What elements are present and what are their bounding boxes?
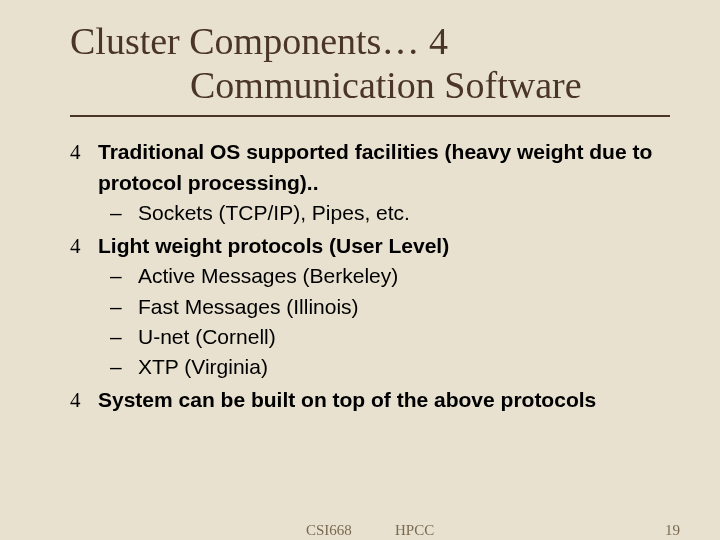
bullet-level2: – XTP (Virginia)	[110, 352, 670, 382]
bullet-text: U-net (Cornell)	[138, 322, 276, 352]
dash-icon: –	[110, 198, 138, 228]
bullet-level2: – Fast Messages (Illinois)	[110, 292, 670, 322]
title-line-1: Cluster Components… 4	[70, 20, 670, 64]
dash-icon: –	[110, 261, 138, 291]
bullet-text: Traditional OS supported facilities (hea…	[98, 137, 670, 198]
bullet-text: Sockets (TCP/IP), Pipes, etc.	[138, 198, 410, 228]
slide: Cluster Components… 4 Communication Soft…	[0, 0, 720, 540]
bullet-text: Fast Messages (Illinois)	[138, 292, 359, 322]
footer-left: CSI668	[306, 522, 352, 539]
bullet-text: Active Messages (Berkeley)	[138, 261, 398, 291]
bullet-level1: 4 Light weight protocols (User Level)	[70, 231, 670, 261]
bullet-text: XTP (Virginia)	[138, 352, 268, 382]
slide-title: Cluster Components… 4 Communication Soft…	[70, 20, 670, 117]
slide-content: 4 Traditional OS supported facilities (h…	[70, 137, 670, 415]
check-icon: 4	[70, 385, 98, 415]
footer-page-number: 19	[665, 522, 680, 539]
bullet-level1: 4 Traditional OS supported facilities (h…	[70, 137, 670, 198]
footer-center: HPCC	[395, 522, 434, 539]
check-icon: 4	[70, 137, 98, 198]
bullet-text: Light weight protocols (User Level)	[98, 231, 449, 261]
bullet-level2: – U-net (Cornell)	[110, 322, 670, 352]
dash-icon: –	[110, 322, 138, 352]
title-line-2: Communication Software	[70, 64, 670, 108]
check-icon: 4	[70, 231, 98, 261]
dash-icon: –	[110, 352, 138, 382]
bullet-level2: – Sockets (TCP/IP), Pipes, etc.	[110, 198, 670, 228]
bullet-level2: – Active Messages (Berkeley)	[110, 261, 670, 291]
bullet-text: System can be built on top of the above …	[98, 385, 596, 415]
bullet-level1: 4 System can be built on top of the abov…	[70, 385, 670, 415]
dash-icon: –	[110, 292, 138, 322]
